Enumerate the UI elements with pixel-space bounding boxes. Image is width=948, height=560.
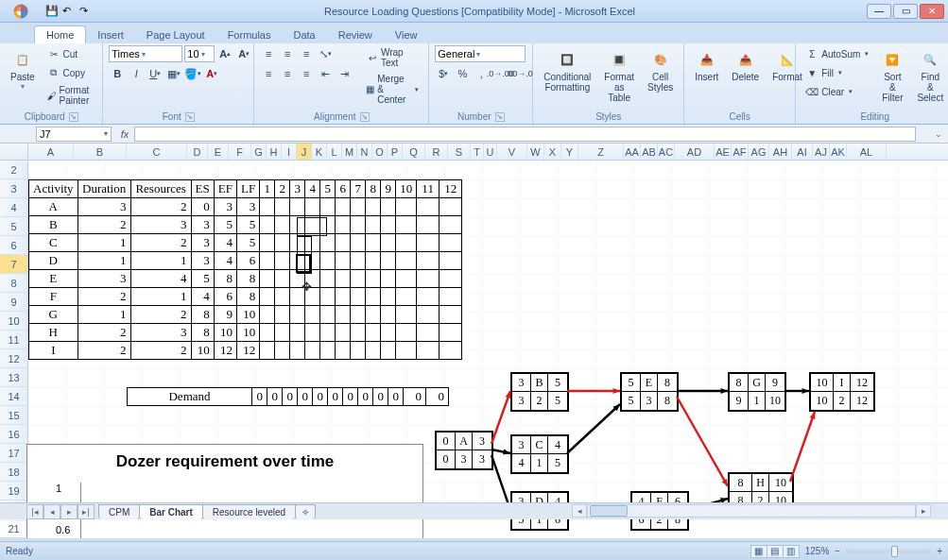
- formula-bar-expand-icon[interactable]: ⌄: [935, 129, 942, 139]
- row-header[interactable]: 4: [0, 198, 27, 217]
- row-header[interactable]: 21: [0, 519, 27, 538]
- zoom-level[interactable]: 125%: [805, 546, 830, 556]
- column-header[interactable]: E: [208, 144, 229, 160]
- fill-color-button[interactable]: 🪣▾: [184, 65, 201, 82]
- sheet-nav-prev[interactable]: ◂: [43, 504, 60, 519]
- column-header[interactable]: Q: [403, 144, 425, 160]
- column-header[interactable]: AC: [658, 144, 675, 160]
- fill-button[interactable]: ▼Fill▾: [801, 64, 872, 81]
- decrease-decimal-button[interactable]: .00→.0: [510, 65, 527, 82]
- row-header[interactable]: 19: [0, 482, 27, 501]
- row-header[interactable]: 14: [0, 387, 27, 406]
- row-header[interactable]: 13: [0, 368, 27, 387]
- column-header[interactable]: T: [471, 144, 484, 160]
- merge-center-button[interactable]: ▦Merge & Center▾: [362, 72, 422, 107]
- column-header[interactable]: I: [282, 144, 297, 160]
- tab-view[interactable]: View: [384, 26, 429, 43]
- delete-cells-button[interactable]: 📤Delete: [727, 45, 764, 85]
- minimize-button[interactable]: —: [867, 4, 891, 19]
- row-header[interactable]: 12: [0, 349, 27, 368]
- font-size-dropdown[interactable]: 10▾: [184, 45, 215, 62]
- align-middle-button[interactable]: ≡: [279, 45, 296, 62]
- orientation-button[interactable]: ⤡▾: [317, 45, 334, 62]
- sheet-tab-cpm[interactable]: CPM: [98, 504, 140, 519]
- paste-button[interactable]: 📋 Paste ▾: [6, 45, 40, 93]
- font-color-button[interactable]: A▾: [203, 65, 220, 82]
- align-left-button[interactable]: ≡: [260, 65, 277, 82]
- cut-button[interactable]: ✂Cut: [43, 45, 97, 62]
- font-name-dropdown[interactable]: Times▾: [109, 45, 182, 62]
- number-format-dropdown[interactable]: General▾: [435, 45, 526, 62]
- new-sheet-button[interactable]: ✧: [295, 504, 316, 519]
- column-header[interactable]: AK: [830, 144, 847, 160]
- row-header[interactable]: 16: [0, 425, 27, 444]
- percent-button[interactable]: %: [454, 65, 471, 82]
- column-header[interactable]: O: [372, 144, 388, 160]
- row-header[interactable]: 15: [0, 406, 27, 425]
- border-button[interactable]: ▦▾: [165, 65, 182, 82]
- tab-insert[interactable]: Insert: [86, 26, 135, 43]
- demand-row[interactable]: Demand000000000000: [127, 387, 449, 406]
- clipboard-launcher[interactable]: ↘: [69, 112, 78, 122]
- cell-styles-button[interactable]: 🎨Cell Styles: [643, 45, 678, 95]
- column-header[interactable]: N: [357, 144, 372, 160]
- column-header[interactable]: D: [187, 144, 208, 160]
- column-header[interactable]: AI: [792, 144, 813, 160]
- column-header[interactable]: V: [497, 144, 527, 160]
- zoom-in-button[interactable]: +: [937, 546, 942, 556]
- align-center-button[interactable]: ≡: [279, 65, 296, 82]
- italic-button[interactable]: I: [128, 65, 145, 82]
- column-header[interactable]: X: [544, 144, 561, 160]
- column-header[interactable]: W: [527, 144, 544, 160]
- row-header[interactable]: 11: [0, 331, 27, 349]
- column-header[interactable]: A: [28, 144, 74, 160]
- undo-icon[interactable]: ↶: [62, 5, 76, 18]
- vertical-scrollbar[interactable]: [931, 144, 948, 538]
- column-header[interactable]: C: [127, 144, 187, 160]
- select-all-corner[interactable]: [0, 144, 28, 160]
- column-header[interactable]: AE: [715, 144, 732, 160]
- row-header[interactable]: 2: [0, 161, 27, 179]
- row-header[interactable]: 9: [0, 293, 27, 312]
- shrink-font-button[interactable]: A▾: [235, 45, 252, 62]
- align-top-button[interactable]: ≡: [260, 45, 277, 62]
- column-header[interactable]: AH: [769, 144, 792, 160]
- chart[interactable]: Dozer requirement over time0.60.81: [26, 444, 423, 538]
- sheet-tab-resource-leveled[interactable]: Resource leveled: [202, 504, 296, 519]
- view-page-break-button[interactable]: ▥: [783, 545, 800, 558]
- grow-font-button[interactable]: A▴: [216, 45, 233, 62]
- column-header[interactable]: L: [327, 144, 342, 160]
- column-header[interactable]: Z: [578, 144, 624, 160]
- column-header[interactable]: AJ: [813, 144, 830, 160]
- format-as-table-button[interactable]: 🔳Format as Table: [599, 45, 639, 106]
- sheet-nav-last[interactable]: ▸|: [78, 504, 95, 519]
- column-header[interactable]: R: [425, 144, 448, 160]
- view-page-layout-button[interactable]: ▤: [767, 545, 784, 558]
- column-header[interactable]: AL: [847, 144, 887, 160]
- sheet-tab-bar-chart[interactable]: Bar Chart: [139, 504, 203, 519]
- autosum-button[interactable]: ΣAutoSum▾: [801, 45, 872, 62]
- conditional-formatting-button[interactable]: 🔲Conditional Formatting: [539, 45, 595, 95]
- sheet-nav-first[interactable]: |◂: [26, 504, 43, 519]
- column-header[interactable]: M: [342, 144, 357, 160]
- row-header[interactable]: 7: [0, 255, 27, 274]
- column-header[interactable]: AG: [749, 144, 769, 160]
- column-header[interactable]: AB: [641, 144, 658, 160]
- tab-review[interactable]: Review: [327, 26, 384, 43]
- row-header[interactable]: 3: [0, 179, 27, 198]
- decrease-indent-button[interactable]: ⇤: [317, 65, 334, 82]
- tab-formulas[interactable]: Formulas: [216, 26, 283, 43]
- column-header[interactable]: AF: [732, 144, 749, 160]
- column-header[interactable]: H: [267, 144, 282, 160]
- activity-table[interactable]: ActivityDurationResourcesESEFLF123456789…: [28, 179, 462, 360]
- fx-icon[interactable]: fx: [115, 128, 134, 140]
- bold-button[interactable]: B: [109, 65, 126, 82]
- clear-button[interactable]: ⌫Clear▾: [801, 83, 872, 100]
- font-launcher[interactable]: ↘: [185, 112, 195, 122]
- column-header[interactable]: Y: [561, 144, 578, 160]
- zoom-out-button[interactable]: −: [835, 546, 840, 556]
- column-header[interactable]: J: [297, 144, 312, 160]
- wrap-text-button[interactable]: ↩Wrap Text: [362, 45, 422, 70]
- tab-data[interactable]: Data: [282, 26, 326, 43]
- save-icon[interactable]: 💾: [45, 5, 59, 18]
